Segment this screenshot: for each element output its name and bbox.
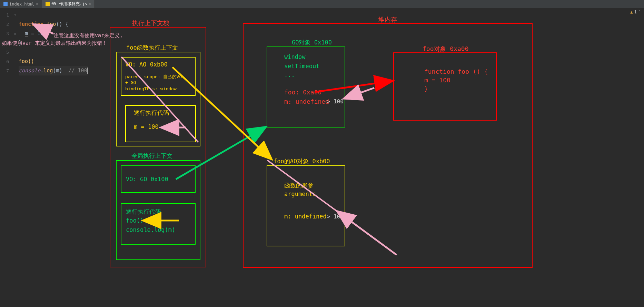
- global-exec-l1: foo(): [126, 217, 143, 224]
- foo-exec-l1: m = 100: [134, 123, 159, 130]
- global-exec-box: [121, 203, 196, 245]
- close-icon[interactable]: ×: [36, 2, 38, 6]
- tab-index-html[interactable]: index.html ×: [0, 0, 42, 8]
- tab-label: 05_作用域补充.js: [51, 1, 87, 7]
- fold-expand-icon[interactable]: ⊟: [14, 10, 19, 20]
- global-vo-box: [121, 165, 196, 193]
- go-l5-extra: -> 100: [324, 98, 344, 105]
- ao-box: [267, 165, 345, 246]
- js-file-icon: [46, 2, 50, 6]
- editor-tabs: index.html × 05_作用域补充.js ×: [0, 0, 644, 8]
- foo-vo-l3: bindingThis: window: [125, 86, 177, 91]
- tab-05-js[interactable]: 05_作用域补充.js ×: [42, 0, 95, 8]
- svg-line-11: [345, 88, 374, 98]
- fold-gutter: ⊟ ⊟: [14, 8, 19, 85]
- foo-obj-l3: }: [424, 85, 428, 92]
- close-icon[interactable]: ×: [89, 2, 91, 6]
- svg-rect-1: [46, 2, 50, 6]
- global-vo-header: VO: GO 0x100: [126, 176, 168, 183]
- html-file-icon: [3, 2, 8, 6]
- svg-line-12: [338, 212, 397, 255]
- global-exec-l2: console.log(m): [126, 226, 175, 233]
- ao-title: foo的AO对象 0xb00: [274, 157, 330, 165]
- ao-l1: 函数的形参: [284, 182, 314, 190]
- svg-line-15: [267, 160, 397, 255]
- global-ctx-title: 全局执行上下文: [131, 152, 172, 160]
- ao-l3: m: undefined: [284, 213, 327, 220]
- code-editor[interactable]: 1 2 3 4 5 6 7 ⊟ ⊟ function foo() { m = 1…: [0, 8, 644, 85]
- go-l4: foo: 0xa00: [284, 89, 321, 96]
- global-ctx-box: [116, 160, 200, 260]
- go-l5: m: undefined: [284, 98, 329, 105]
- foo-exec-title: 逐行执行代码: [134, 109, 169, 117]
- fold-collapse-icon[interactable]: ⊟: [14, 29, 19, 38]
- svg-line-7: [176, 127, 265, 179]
- tab-label: index.html: [9, 2, 34, 7]
- code-area[interactable]: function foo() { m = 100 } foo() console…: [19, 8, 88, 85]
- ao-l3-extra: -> 100: [324, 213, 344, 220]
- foo-exec-box: [125, 105, 196, 142]
- line-gutter: 1 2 3 4 5 6 7: [0, 8, 14, 85]
- global-exec-title: 逐行执行代码: [126, 208, 161, 216]
- svg-rect-0: [3, 2, 8, 6]
- ao-l2: arguments: [284, 191, 316, 197]
